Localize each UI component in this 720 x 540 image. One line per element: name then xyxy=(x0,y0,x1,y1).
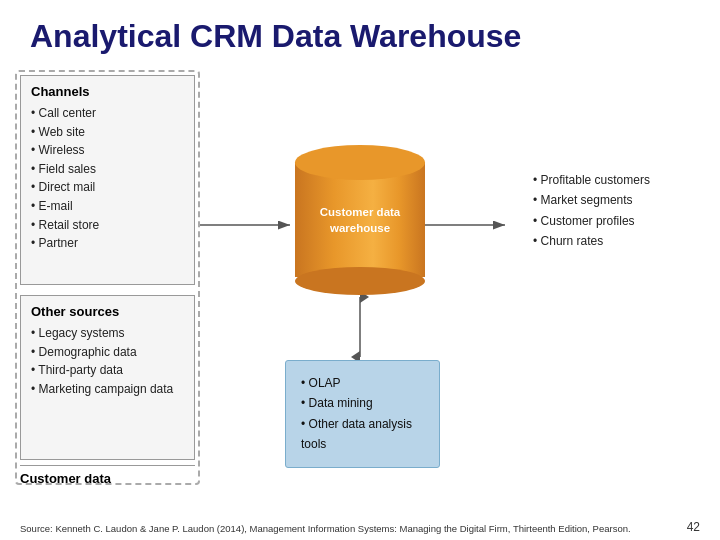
list-item: Market segments xyxy=(533,190,687,210)
list-item: Direct mail xyxy=(31,178,184,197)
list-item: Third-party data xyxy=(31,361,184,380)
analysis-list: OLAP Data mining Other data analysis too… xyxy=(301,373,424,455)
list-item: Partner xyxy=(31,234,184,253)
list-item: Legacy systems xyxy=(31,324,184,343)
list-item: Call center xyxy=(31,104,184,123)
page-number: 42 xyxy=(687,520,700,534)
list-item: Other data analysis tools xyxy=(301,414,424,455)
customer-data-label: Customer data xyxy=(20,465,195,486)
channels-title: Channels xyxy=(31,84,184,99)
diagram-area: Channels Call center Web site Wireless F… xyxy=(0,65,720,520)
cylinder-body: Customer datawarehouse xyxy=(295,145,425,295)
list-item: Demographic data xyxy=(31,343,184,362)
list-item: Retail store xyxy=(31,216,184,235)
other-sources-title: Other sources xyxy=(31,304,184,319)
analysis-box: OLAP Data mining Other data analysis too… xyxy=(285,360,440,468)
list-item: OLAP xyxy=(301,373,424,393)
arrow-left-to-center xyxy=(200,213,300,237)
list-item: Marketing campaign data xyxy=(31,380,184,399)
right-output-box: Profitable customers Market segments Cus… xyxy=(525,165,695,257)
list-item: Wireless xyxy=(31,141,184,160)
list-item: Data mining xyxy=(301,393,424,413)
right-output-list: Profitable customers Market segments Cus… xyxy=(533,170,687,252)
list-item: Field sales xyxy=(31,160,184,179)
channels-box: Channels Call center Web site Wireless F… xyxy=(20,75,195,285)
list-item: Churn rates xyxy=(533,231,687,251)
list-item: Customer profiles xyxy=(533,211,687,231)
cylinder-bottom xyxy=(295,267,425,295)
list-item: E-mail xyxy=(31,197,184,216)
other-sources-list: Legacy systems Demographic data Third-pa… xyxy=(31,324,184,398)
vertical-arrow xyxy=(345,297,375,362)
cylinder-label: Customer datawarehouse xyxy=(305,204,415,236)
channels-list: Call center Web site Wireless Field sale… xyxy=(31,104,184,253)
cylinder-container: Customer datawarehouse xyxy=(295,145,425,295)
cylinder-top xyxy=(295,145,425,180)
footer: Source: Kenneth C. Laudon & Jane P. Laud… xyxy=(20,520,700,534)
list-item: Profitable customers xyxy=(533,170,687,190)
other-sources-box: Other sources Legacy systems Demographic… xyxy=(20,295,195,460)
citation-text: Source: Kenneth C. Laudon & Jane P. Laud… xyxy=(20,523,631,534)
page-title: Analytical CRM Data Warehouse xyxy=(0,0,720,65)
arrow-center-to-right xyxy=(425,213,515,237)
list-item: Web site xyxy=(31,123,184,142)
